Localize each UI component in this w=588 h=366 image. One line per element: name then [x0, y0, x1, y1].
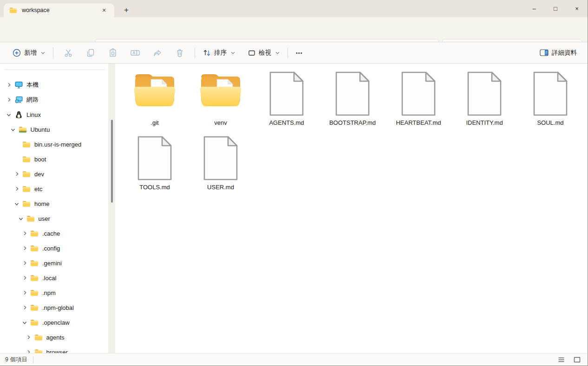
chevron-right-icon[interactable]	[12, 186, 22, 191]
sidebar-item-label: .npm	[42, 289, 56, 296]
file-item-bootstrap.md[interactable]: BOOTSTRAP.md	[320, 69, 385, 133]
close-button[interactable]: ×	[566, 0, 588, 17]
titlebar: workspace × + – □ ×	[0, 0, 588, 17]
file-name-label: BOOTSTRAP.md	[329, 119, 376, 126]
share-button[interactable]	[148, 45, 167, 61]
folder-icon	[30, 245, 39, 252]
view-button[interactable]: 檢視	[244, 45, 284, 61]
status-bar: 9 個項目	[0, 353, 588, 366]
folder-icon	[30, 230, 39, 237]
chevron-right-icon[interactable]	[20, 261, 30, 265]
sidebar-item-本機[interactable]: 本機	[0, 77, 108, 92]
sidebar-item-cache[interactable]: .cache	[0, 226, 108, 241]
copy-icon	[86, 48, 95, 58]
sort-button[interactable]: 排序	[199, 45, 239, 61]
file-item-identity.md[interactable]: IDENTITY.md	[451, 69, 517, 133]
sidebar-scrollbar[interactable]	[108, 64, 115, 353]
new-button[interactable]: 新增	[8, 45, 49, 61]
file-list-area[interactable]: .gitvenvAGENTS.mdBOOTSTRAP.mdHEARTBEAT.m…	[115, 64, 588, 353]
new-button-label: 新增	[24, 49, 37, 57]
sidebar-scrollbar-thumb[interactable]	[111, 120, 113, 203]
chevron-down-icon	[231, 51, 235, 54]
chevron-right-icon[interactable]	[20, 290, 30, 295]
document-icon	[137, 133, 172, 182]
sidebar-item-agents[interactable]: agents	[0, 330, 108, 345]
file-item-agents.md[interactable]: AGENTS.md	[254, 69, 320, 133]
maximize-button[interactable]: □	[545, 0, 566, 17]
sidebar-item-label: user	[39, 215, 50, 222]
chevron-right-icon[interactable]	[24, 350, 34, 353]
chevron-right-icon[interactable]	[20, 305, 30, 310]
tab-workspace[interactable]: workspace ×	[4, 3, 114, 17]
chevron-down-icon[interactable]	[12, 202, 22, 206]
file-name-label: SOUL.md	[537, 119, 563, 126]
chevron-down-icon	[275, 51, 280, 54]
sidebar-item-local[interactable]: .local	[0, 270, 108, 285]
rename-button[interactable]	[126, 45, 144, 61]
sidebar-item-npm-global[interactable]: .npm-global	[0, 300, 108, 315]
chevron-right-icon[interactable]	[4, 83, 14, 87]
folder-icon	[198, 69, 243, 118]
sidebar-item-label: Linux	[26, 111, 41, 118]
folder-icon	[30, 304, 39, 311]
chevron-right-icon[interactable]	[20, 276, 30, 280]
cut-button[interactable]	[59, 45, 78, 61]
details-pane-button[interactable]: 詳細資料	[536, 45, 581, 61]
chevron-down-icon[interactable]	[4, 113, 14, 117]
sidebar-item-home[interactable]: home	[0, 196, 108, 211]
details-pane-label: 詳細資料	[552, 49, 577, 57]
large-icons-view-toggle-icon[interactable]	[571, 355, 583, 365]
share-icon	[153, 48, 162, 58]
new-tab-button[interactable]: +	[120, 5, 133, 16]
folder-icon	[22, 171, 31, 178]
chevron-right-icon[interactable]	[12, 172, 22, 176]
document-icon	[533, 69, 568, 118]
sidebar-item-etc[interactable]: etc	[0, 181, 108, 196]
chevron-down-icon[interactable]	[20, 321, 30, 325]
sidebar-item-gemini[interactable]: .gemini	[0, 256, 108, 270]
chevron-right-icon[interactable]	[24, 335, 34, 340]
sidebar-item-openclaw[interactable]: .openclaw	[0, 315, 108, 330]
folder-icon	[30, 289, 39, 296]
sidebar-item-npm[interactable]: .npm	[0, 285, 108, 300]
sidebar-item-網路[interactable]: 網路	[0, 92, 108, 107]
file-item-heartbeat.md[interactable]: HEARTBEAT.md	[385, 69, 451, 133]
document-icon	[269, 69, 304, 118]
sidebar-item-config[interactable]: .config	[0, 241, 108, 256]
sidebar-item-label: agents	[46, 334, 65, 341]
command-bar: 新增 排序	[0, 42, 588, 64]
folder-icon	[9, 7, 17, 13]
sidebar-item-ubuntu[interactable]: Ubuntu	[0, 122, 108, 137]
details-view-toggle-icon[interactable]	[555, 355, 567, 365]
folder-item-git[interactable]: .git	[122, 69, 188, 133]
folder-item-venv[interactable]: venv	[188, 69, 254, 133]
chevron-right-icon[interactable]	[20, 246, 30, 250]
tab-title: workspace	[22, 7, 98, 13]
chevron-down-icon[interactable]	[8, 128, 18, 132]
sidebar-item-label: .config	[42, 245, 60, 252]
sidebar-item-linux[interactable]: Linux	[0, 107, 108, 122]
chevron-down-icon[interactable]	[16, 217, 26, 221]
sidebar-item-browser[interactable]: browser	[0, 345, 108, 353]
copy-button[interactable]	[81, 45, 100, 61]
chevron-right-icon[interactable]	[4, 97, 14, 102]
sidebar-item-bin.usr-is-merged[interactable]: bin.usr-is-merged	[0, 137, 108, 152]
paste-button[interactable]	[104, 45, 122, 61]
folder-icon	[22, 156, 31, 163]
sidebar-item-dev[interactable]: dev	[0, 167, 108, 181]
more-button[interactable]: •••	[292, 45, 307, 61]
sort-icon	[203, 49, 211, 57]
sidebar-item-boot[interactable]: boot	[0, 152, 108, 167]
file-item-tools.md[interactable]: TOOLS.md	[122, 133, 188, 198]
file-name-label: TOOLS.md	[139, 184, 170, 191]
chevron-right-icon[interactable]	[20, 231, 30, 236]
sidebar-item-label: .openclaw	[42, 319, 70, 326]
navigation-bar: ← → ↑ ›Linux›Ubuntu›home›user›.openclaw›…	[0, 17, 588, 42]
document-icon	[335, 69, 370, 118]
minimize-button[interactable]: –	[523, 0, 545, 17]
file-item-soul.md[interactable]: SOUL.md	[517, 69, 583, 133]
delete-button[interactable]	[170, 45, 189, 61]
file-item-user.md[interactable]: USER.md	[188, 133, 254, 198]
sidebar-item-user[interactable]: user	[0, 211, 108, 226]
tab-close-icon[interactable]: ×	[98, 5, 110, 16]
